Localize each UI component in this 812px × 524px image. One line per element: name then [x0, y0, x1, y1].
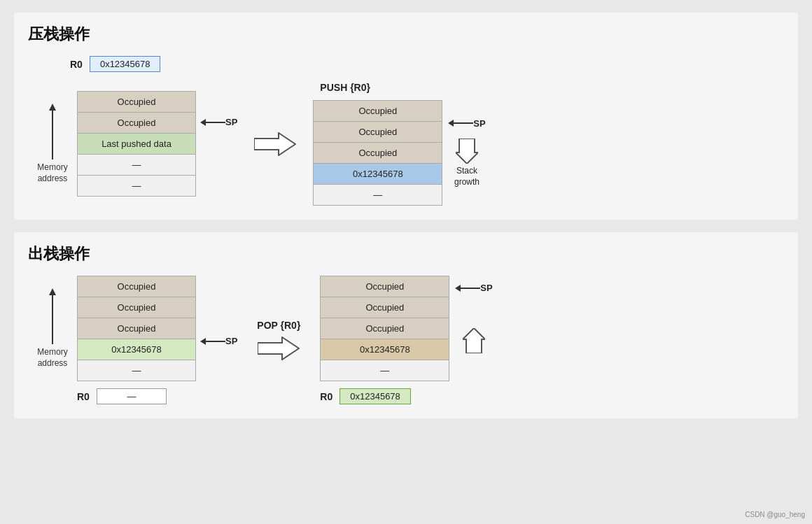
svg-marker-1 [456, 139, 478, 164]
pop-r0-before-row: R0 — [77, 388, 167, 404]
pop-mem-addr-text: Memory address [28, 347, 77, 369]
push-section: 压栈操作 R0 0x12345678 Memory address [14, 13, 798, 220]
pop-stack-growth-group [463, 328, 485, 353]
push-title: 压栈操作 [28, 24, 784, 45]
pop-before-cell-2: Occupied [78, 318, 196, 339]
pop-after-row-3: 0x12345678 [321, 339, 449, 360]
push-after-stack-area: Occupied Occupied Occupied 0x12345678 — [313, 100, 485, 206]
pop-before-cell-0: Occupied [78, 276, 196, 297]
pop-after-row-1: Occupied [321, 297, 449, 318]
pop-sp-arrow [200, 338, 225, 345]
svg-marker-0 [254, 133, 295, 155]
pop-before-row-0: Occupied [78, 276, 196, 297]
pop-after-row-0: Occupied [321, 276, 449, 297]
push-instruction-label: PUSH {R0} [320, 82, 370, 93]
push-before-stack: Occupied Occupied Last pushed data — — [77, 91, 196, 197]
push-after-row-1: Occupied [314, 122, 442, 143]
r0-push-value: 0x12345678 [90, 56, 161, 72]
push-after-stack: Occupied Occupied Occupied 0x12345678 — [313, 100, 442, 206]
pop-before-cell-1: Occupied [78, 297, 196, 318]
push-after-sp-arrowhead [448, 120, 454, 127]
push-before-sp: SP [200, 117, 237, 127]
push-arrow-up-head [49, 104, 56, 111]
pop-after-sp-line [461, 288, 480, 289]
pop-sp-line [206, 341, 225, 342]
push-after-cell-2: Occupied [314, 143, 442, 164]
pop-after-sp-label: SP [480, 283, 492, 293]
push-after-row-0: Occupied [314, 101, 442, 122]
pop-after-area: Occupied Occupied Occupied 0x12345678 — [320, 276, 492, 404]
push-after-cell-0: Occupied [314, 101, 442, 122]
pop-after-sp: SP [455, 283, 492, 293]
pop-section: 出栈操作 Memory address [14, 232, 798, 418]
push-before-sp-label: SP [225, 117, 237, 127]
pop-before-stack-row: Memory address Occupied Occupied Occupie… [28, 276, 237, 381]
pop-after-sp-arrow [455, 285, 480, 292]
pop-before-row-4: — [78, 360, 196, 381]
stack-growth-text: Stackgrowth [454, 166, 479, 187]
pop-before-sp-label: SP [225, 336, 237, 346]
push-mem-addr-text: Memory address [28, 162, 77, 184]
pop-after-sp-arrowhead [455, 285, 461, 292]
pop-mem-addr: Memory address [28, 288, 77, 369]
pop-before-area: Memory address Occupied Occupied Occupie… [28, 276, 237, 404]
pop-after-row-4: — [321, 360, 449, 381]
push-before-row-4: — [78, 176, 196, 197]
push-after-cell-1: Occupied [314, 122, 442, 143]
push-sp-arrow-left [200, 119, 225, 126]
push-mem-addr-arrow [49, 104, 56, 160]
pop-after-cell-1: Occupied [321, 297, 449, 318]
push-after-sp-arrow [448, 120, 473, 127]
pop-after-cell-3: 0x12345678 [321, 339, 449, 360]
pop-after-stack-row: Occupied Occupied Occupied 0x12345678 — [320, 276, 492, 381]
push-before-row-3: — [78, 155, 196, 176]
push-before-cell-3: — [78, 155, 196, 176]
pop-before-row-1: Occupied [78, 297, 196, 318]
push-sp-arrowhead [200, 119, 206, 126]
pop-before-row-3: 0x12345678 [78, 339, 196, 360]
r0-push-row: R0 0x12345678 [70, 56, 784, 72]
pop-after-cell-0: Occupied [321, 276, 449, 297]
pop-r0-before-label: R0 [77, 391, 90, 402]
pop-mem-addr-arrow [49, 288, 56, 344]
svg-marker-3 [463, 328, 485, 353]
push-after-cell-4: — [314, 185, 442, 206]
push-hollow-arrow-svg [254, 132, 296, 156]
pop-before-cell-4: — [78, 360, 196, 381]
push-mem-addr: Memory address [28, 104, 77, 184]
push-before-row-2: Last pushed data [78, 134, 196, 155]
push-before-cell-2: Last pushed data [78, 134, 196, 155]
pop-r0-before-value: — [97, 388, 167, 404]
stack-growth-arrow-svg [456, 139, 478, 164]
pop-after-stack: Occupied Occupied Occupied 0x12345678 — [320, 276, 449, 381]
push-sp-line [206, 122, 225, 123]
pop-stack-growth-arrow-svg [463, 328, 485, 353]
push-after-sp-label: SP [473, 118, 485, 129]
pop-after-sp-group: SP [455, 304, 492, 353]
pop-sp-arrowhead [200, 338, 206, 345]
page-container: 压栈操作 R0 0x12345678 Memory address [0, 0, 812, 431]
push-transition-arrow [247, 132, 303, 156]
pop-diagram: Memory address Occupied Occupied Occupie… [28, 276, 784, 404]
pop-arrow-up-line [52, 295, 53, 344]
pop-before-stack: Occupied Occupied Occupied 0x12345678 — [77, 276, 196, 381]
push-after-sp: SP [448, 118, 485, 129]
pop-before-row-2: Occupied [78, 318, 196, 339]
push-before-cell-0: Occupied [78, 92, 196, 113]
pop-r0-after-row: R0 0x12345678 [320, 388, 410, 404]
pop-after-row-2: Occupied [321, 318, 449, 339]
push-after-row-3: 0x12345678 [314, 164, 442, 185]
pop-instruction-label: POP {R0} [257, 320, 300, 331]
pop-transition: POP {R0} [247, 320, 310, 360]
pop-arrow-up-head [49, 288, 56, 295]
svg-marker-2 [258, 337, 299, 360]
push-before-row-0: Occupied [78, 92, 196, 113]
pop-before-cell-3: 0x12345678 [78, 339, 196, 360]
pop-before-sp: SP [200, 336, 237, 346]
watermark: CSDN @guo_heng [745, 511, 805, 518]
push-before-cell-4: — [78, 176, 196, 197]
stack-growth-group: Stackgrowth [454, 139, 479, 187]
r0-push-label: R0 [70, 59, 83, 70]
push-before-row-1: Occupied [78, 113, 196, 134]
push-after-cell-3: 0x12345678 [314, 164, 442, 185]
